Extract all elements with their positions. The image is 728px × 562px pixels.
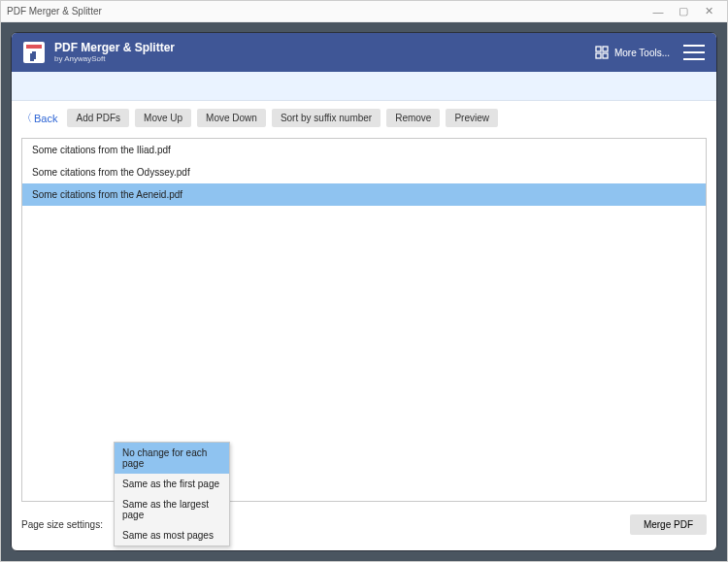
app-title: PDF Merger & Splitter [54, 42, 175, 54]
app-logo-icon [23, 42, 45, 63]
svg-rect-3 [603, 53, 608, 58]
toolbar: 〈 Back Add PDFs Move Up Move Down Sort b… [12, 101, 716, 135]
more-tools-label: More Tools... [614, 48, 670, 58]
app-title-block: PDF Merger & Splitter by AnywaySoft [54, 42, 175, 63]
sort-by-suffix-button[interactable]: Sort by suffix number [272, 109, 381, 127]
svg-rect-0 [596, 47, 601, 51]
close-button[interactable]: ✕ [696, 5, 721, 17]
page-size-option[interactable]: No change for each page [115, 443, 229, 474]
window-title: PDF Merger & Splitter [7, 6, 102, 17]
menu-icon[interactable] [683, 45, 705, 60]
back-label: Back [34, 113, 57, 124]
file-row[interactable]: Some citations from the Odyssey.pdf [22, 161, 706, 183]
app-subtitle: by AnywaySoft [54, 54, 175, 63]
maximize-button[interactable]: ▢ [671, 5, 696, 17]
page-size-option[interactable]: Same as the first page [115, 474, 229, 494]
move-up-button[interactable]: Move Up [135, 109, 191, 127]
file-name: Some citations from the Iliad.pdf [32, 145, 171, 155]
svg-rect-2 [596, 53, 601, 58]
chevron-left-icon: 〈 [21, 111, 32, 125]
back-button[interactable]: 〈 Back [21, 111, 57, 125]
svg-rect-1 [603, 47, 608, 51]
file-row[interactable]: Some citations from the Aeneid.pdf [22, 183, 706, 206]
page-size-menu[interactable]: No change for each pageSame as the first… [114, 442, 230, 546]
page-size-option[interactable]: Same as the largest page [115, 494, 229, 525]
merge-pdf-button[interactable]: Merge PDF [630, 514, 707, 535]
page-size-label: Page size settings: [21, 519, 103, 530]
move-down-button[interactable]: Move Down [197, 109, 266, 127]
minimize-button[interactable]: — [645, 6, 671, 17]
add-pdfs-button[interactable]: Add PDFs [67, 109, 129, 127]
page-size-option[interactable]: Same as most pages [115, 525, 229, 545]
subheader-strip [12, 72, 716, 101]
os-titlebar: PDF Merger & Splitter — ▢ ✕ [1, 1, 727, 22]
file-row[interactable]: Some citations from the Iliad.pdf [22, 139, 706, 161]
os-window: PDF Merger & Splitter — ▢ ✕ PDF Merger &… [0, 0, 728, 562]
remove-button[interactable]: Remove [386, 109, 440, 127]
app-stage: PDF Merger & Splitter by AnywaySoft More… [1, 22, 727, 561]
more-tools-button[interactable]: More Tools... [595, 46, 670, 59]
app-header: PDF Merger & Splitter by AnywaySoft More… [12, 33, 716, 72]
grid-icon [595, 46, 609, 59]
app-frame: PDF Merger & Splitter by AnywaySoft More… [11, 32, 717, 551]
file-name: Some citations from the Odyssey.pdf [32, 167, 190, 178]
preview-button[interactable]: Preview [446, 109, 498, 127]
file-name: Some citations from the Aeneid.pdf [32, 189, 182, 200]
